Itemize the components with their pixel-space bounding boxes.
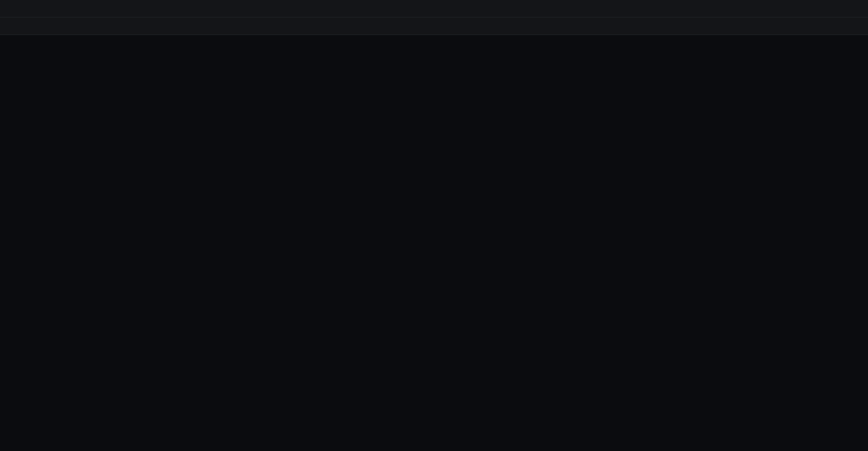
trading-terminal (0, 0, 868, 451)
drawing-toolbar (0, 18, 868, 35)
chart-canvas[interactable] (0, 0, 868, 451)
top-toolbar (0, 0, 868, 18)
